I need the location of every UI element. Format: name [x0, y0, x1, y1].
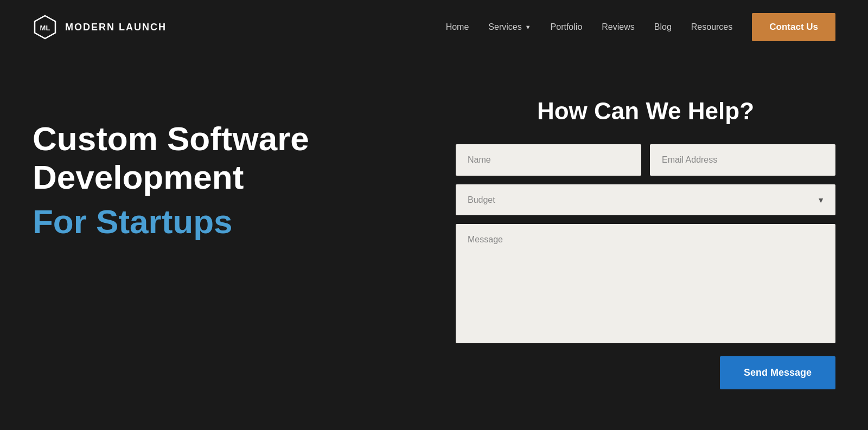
nav-link-resources[interactable]: Resources — [691, 22, 732, 31]
chevron-down-icon: ▼ — [525, 24, 531, 30]
svg-text:ML: ML — [40, 24, 50, 32]
logo-icon: ML — [33, 15, 58, 40]
nav-item-services[interactable]: Services ▼ — [488, 22, 531, 32]
nav-item-blog[interactable]: Blog — [654, 22, 672, 32]
nav-item-reviews[interactable]: Reviews — [602, 22, 634, 32]
nav-link-blog[interactable]: Blog — [654, 22, 672, 31]
hero-subtitle: For Startups — [33, 202, 412, 241]
nav-item-resources[interactable]: Resources — [691, 22, 732, 32]
hero-section: Custom Software Development For Startups — [33, 98, 412, 241]
send-message-button[interactable]: Send Message — [720, 356, 835, 389]
budget-select[interactable]: Budget Under $5,000 $5,000 - $10,000 $10… — [456, 184, 835, 215]
form-title: How Can We Help? — [456, 98, 835, 125]
form-section: How Can We Help? Budget Under $5,000 $5,… — [456, 98, 835, 389]
form-row-name-email — [456, 144, 835, 176]
name-input[interactable] — [456, 144, 641, 176]
navbar: ML MODERN LAUNCH Home Services ▼ Portfol… — [0, 0, 868, 54]
logo-area[interactable]: ML MODERN LAUNCH — [33, 15, 167, 40]
contact-us-button[interactable]: Contact Us — [752, 13, 835, 41]
brand-name: MODERN LAUNCH — [65, 22, 167, 33]
message-textarea[interactable] — [456, 224, 835, 343]
nav-links: Home Services ▼ Portfolio Reviews Blog R… — [446, 13, 835, 41]
nav-link-services[interactable]: Services ▼ — [488, 22, 531, 32]
nav-link-reviews[interactable]: Reviews — [602, 22, 634, 31]
hero-title-line1: Custom Software Development — [33, 119, 412, 197]
email-input[interactable] — [650, 144, 835, 176]
main-content: Custom Software Development For Startups… — [0, 54, 868, 422]
nav-link-home[interactable]: Home — [446, 22, 469, 31]
nav-item-home[interactable]: Home — [446, 22, 469, 32]
nav-item-portfolio[interactable]: Portfolio — [551, 22, 583, 32]
form-footer: Send Message — [456, 356, 835, 389]
nav-link-portfolio[interactable]: Portfolio — [551, 22, 583, 31]
budget-select-wrapper: Budget Under $5,000 $5,000 - $10,000 $10… — [456, 184, 835, 215]
nav-item-contact[interactable]: Contact Us — [752, 13, 835, 41]
